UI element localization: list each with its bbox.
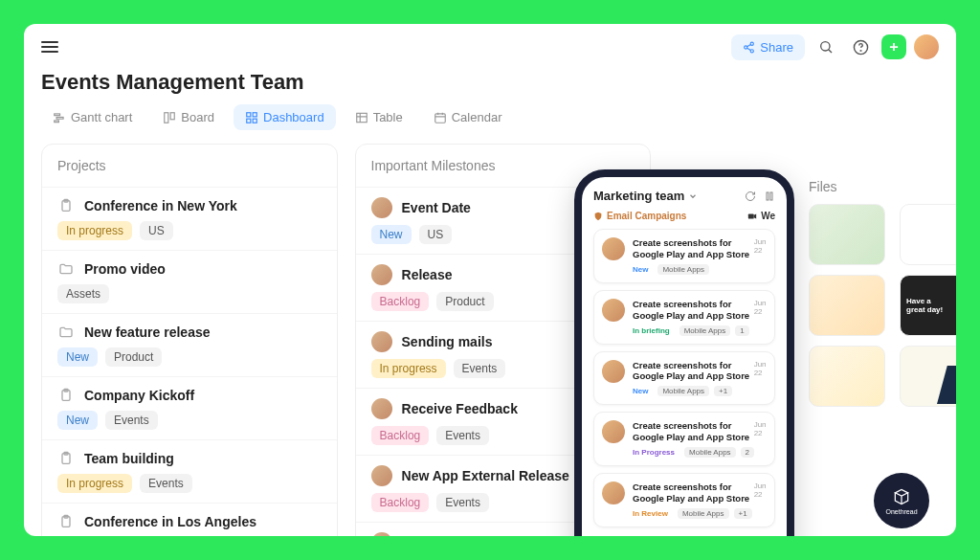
svg-point-5 (821, 42, 830, 51)
file-thumbnail[interactable] (900, 346, 956, 407)
phone-section-2[interactable]: We (747, 211, 775, 221)
file-thumbnail[interactable] (809, 346, 885, 407)
hamburger-menu-icon[interactable] (41, 41, 58, 53)
tag-row: Assets (57, 284, 322, 303)
search-icon (818, 39, 834, 55)
card-date: Jun 22 (754, 299, 767, 316)
svg-rect-13 (55, 120, 59, 122)
task-card[interactable]: Create screenshots for Google Play and A… (593, 473, 775, 527)
add-button[interactable] (881, 34, 906, 59)
chevron-down-icon (688, 191, 698, 201)
task-card[interactable]: Create screenshots for Google Play and A… (593, 229, 775, 283)
tag: Product (105, 347, 162, 367)
svg-point-0 (750, 42, 753, 45)
milestone-item-title: Event Date (402, 200, 471, 215)
tag: US (140, 221, 173, 240)
card-title: Create screenshots for Google Play and A… (633, 420, 754, 443)
tag: In progress (371, 359, 446, 378)
status-chip: New (633, 386, 653, 396)
tag: Product (436, 292, 493, 311)
tab-calendar[interactable]: Calendar (422, 104, 514, 130)
search-button[interactable] (813, 34, 839, 60)
svg-rect-11 (55, 113, 60, 115)
folder-icon (57, 324, 75, 341)
file-thumbnails: Have a great day! (809, 204, 956, 407)
tab-board[interactable]: Board (151, 104, 226, 130)
tag-chip: Mobile Apps (657, 264, 709, 275)
tag: New (57, 411, 98, 430)
onethread-logo-icon (892, 487, 911, 506)
file-thumbnail[interactable] (900, 204, 956, 265)
tag-row: NewProduct (57, 347, 322, 367)
video-icon (747, 212, 757, 221)
svg-rect-17 (253, 112, 256, 116)
view-tabs: Gantt chart Board Dashboard Table Calend… (24, 104, 956, 144)
project-item-title: Conference in New York (84, 198, 237, 213)
svg-rect-18 (247, 119, 251, 123)
extra-chip: 2 (741, 447, 754, 458)
assignee-avatar (371, 331, 392, 352)
svg-point-2 (750, 49, 753, 52)
tag: New (57, 347, 98, 367)
tag: US (419, 225, 453, 244)
gantt-icon (53, 111, 66, 124)
calendar-icon (434, 111, 447, 124)
tab-dashboard[interactable]: Dashboard (234, 104, 336, 130)
task-card[interactable]: Create screenshots for Google Play and A… (593, 412, 775, 466)
card-date: Jun 22 (754, 360, 767, 377)
status-chip: In briefing (633, 325, 675, 336)
pause-icon[interactable] (764, 190, 775, 202)
card-date: Jun 22 (754, 237, 767, 255)
card-title: Create screenshots for Google Play and A… (633, 299, 754, 322)
app-window: Share Events Management Team Gantt chart… (24, 24, 956, 536)
milestone-item-title: New App External Release (402, 468, 569, 483)
file-thumbnail[interactable] (809, 275, 885, 336)
tab-gantt[interactable]: Gantt chart (41, 104, 144, 130)
svg-line-4 (747, 48, 751, 50)
svg-point-8 (860, 50, 861, 51)
milestone-item-title: Receive Feedback (402, 401, 518, 416)
topbar-right: Share (731, 34, 939, 60)
svg-rect-19 (253, 119, 256, 123)
status-chip: In Review (633, 508, 673, 519)
task-card[interactable]: Create screenshots for Google Play and A… (593, 290, 775, 345)
task-card[interactable]: Create screenshots for Google Play and A… (593, 351, 775, 406)
project-item-title: New feature release (84, 325, 211, 340)
project-item[interactable]: Company KickoffNewEvents (42, 376, 337, 439)
project-item-title: Conference in Los Angeles (84, 514, 256, 529)
share-icon (743, 41, 755, 54)
files-column: Files Have a great day! (809, 179, 956, 407)
phone-header: Marketing team (593, 189, 775, 203)
file-thumbnail[interactable]: Have a great day! (900, 275, 956, 336)
tag-chip: Mobile Apps (679, 325, 731, 336)
help-button[interactable] (847, 34, 874, 60)
assignee-avatar (371, 398, 392, 419)
project-item[interactable]: New feature releaseNewProduct (42, 313, 337, 376)
assignee-avatar (371, 197, 392, 218)
phone-title[interactable]: Marketing team (593, 189, 698, 203)
user-avatar[interactable] (914, 34, 939, 59)
tag-row: In progressEvents (57, 474, 322, 493)
project-item-title: Team building (84, 451, 174, 466)
table-icon (355, 111, 368, 124)
svg-rect-15 (170, 112, 174, 119)
tag: Backlog (371, 426, 430, 445)
phone-section-label[interactable]: Email Campaigns (593, 211, 686, 221)
share-button[interactable]: Share (731, 34, 805, 60)
project-item[interactable]: Promo videoAssets (42, 250, 337, 313)
card-title: Create screenshots for Google Play and A… (633, 237, 754, 260)
file-thumbnail[interactable] (809, 204, 885, 265)
refresh-icon[interactable] (745, 190, 756, 202)
milestone-item-title: Sending mails (402, 334, 493, 349)
onethread-badge[interactable]: Onethread (874, 473, 929, 528)
project-item[interactable]: Conference in New YorkIn progressUS (42, 187, 337, 250)
project-item-title: Company Kickoff (84, 388, 194, 403)
status-chip: New (633, 264, 653, 275)
board-icon (163, 111, 176, 124)
clipboard-icon (57, 450, 75, 467)
project-item[interactable]: Conference in Los Angeles (42, 503, 337, 536)
clipboard-icon (57, 387, 75, 404)
topbar: Share (24, 24, 956, 64)
tab-table[interactable]: Table (344, 104, 414, 130)
project-item[interactable]: Team buildingIn progressEvents (42, 439, 337, 503)
